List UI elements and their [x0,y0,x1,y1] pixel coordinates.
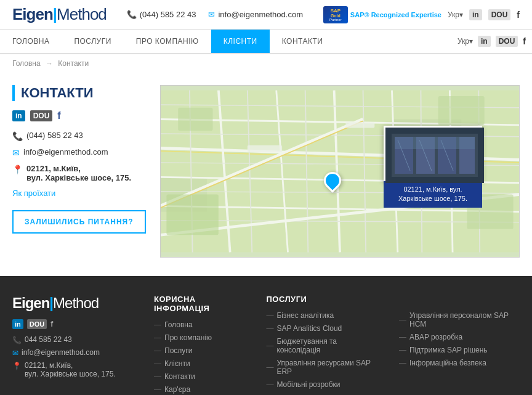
footer-address: 📍 02121, м.Київ, вул. Харківське шосе, 1… [12,361,135,378]
nav-facebook[interactable]: f [523,36,526,46]
footer-phone-icon: 📞 [12,336,22,344]
page-title: КОНТАКТИ [12,85,148,101]
svg-rect-32 [345,122,374,128]
nav-contacts[interactable]: КОНТАКТИ [270,30,336,53]
footer-link-contacts[interactable]: Контакти [154,372,248,381]
email-address: info@eigenmethod.com [218,10,303,19]
nav-clients[interactable]: КЛІЄНТИ [211,30,270,53]
footer-useful-info: КОРИСНА ІНФОРМАЦІЯ Головна Про компанію … [154,295,248,395]
header-email: ✉ info@eigenmethod.com [208,10,303,19]
map-address-line1: 02121, м.Київ, [403,185,448,193]
footer-services-title: ПОСЛУГИ [266,295,381,304]
nav-home[interactable]: ГОЛОВНА [0,30,62,53]
phone-icon: 📞 [12,131,23,141]
nav-lang[interactable]: Укр▾ [457,37,473,46]
footer-svc-abap[interactable]: ABAP розробка [399,333,520,341]
nav-linkedin[interactable]: in [478,36,491,47]
footer-svc-erp[interactable]: Управління ресурсами SAP ERP [266,359,381,376]
footer-facebook[interactable]: f [50,320,53,328]
address-text: 02121, м.Київ, вул. Харківське шосе, 175… [26,164,131,182]
footer: Eigen|Method in DOU f 📞 044 585 22 43 ✉ … [0,276,532,395]
nav-about[interactable]: ПРО КОМПАНІЮ [124,30,211,53]
map-popup-image [384,126,482,181]
footer-svc-mobile[interactable]: Мобільні розробки [266,380,381,389]
footer-location-icon: 📍 [12,362,22,370]
footer-linkedin[interactable]: in [12,319,23,329]
footer-services-2: X Управління персоналом SAP HCM ABAP роз… [399,295,520,395]
footer-svc-budgeting[interactable]: Бюджетування та консолідація [266,337,381,354]
sap-recognized-text: SAP® Recognized Expertise [350,11,441,18]
footer-svc-bi[interactable]: Бізнес аналітика [266,311,381,320]
svg-rect-42 [395,137,475,149]
main-content: КОНТАКТИ in DOU f 📞 (044) 585 22 43 ✉ in… [0,73,532,276]
phone-number: (044) 585 22 43 [140,10,196,19]
footer-dou[interactable]: DOU [27,319,47,329]
nav-right: Укр▾ in DOU f [457,36,532,47]
footer-social: in DOU f [12,319,135,329]
facebook-icon[interactable]: f [517,10,520,20]
email-icon: ✉ [12,148,20,158]
footer-svc-hcm[interactable]: Управління персоналом SAP HCM [399,311,520,328]
header-right: SAP Gold Partner SAP® Recognized Experti… [323,6,520,23]
footer-logo[interactable]: Eigen|Method [12,295,135,312]
logo[interactable]: Eigen|Method [12,5,107,24]
breadcrumb: Головна → Контакти [0,54,532,73]
location-icon: 📍 [12,165,23,174]
address-line1: 02121, м.Київ, [26,164,131,173]
footer-email: ✉ info@eigenmethod.com [12,348,135,357]
footer-svc-support[interactable]: Підтримка SAP рішень [399,346,520,354]
svg-rect-27 [178,108,212,131]
svg-rect-28 [438,96,485,125]
linkedin-link[interactable]: in [12,110,25,121]
left-panel: КОНТАКТИ in DOU f 📞 (044) 585 22 43 ✉ in… [12,85,148,258]
linkedin-icon[interactable]: in [469,9,482,20]
map-popup-label: 02121, м.Київ, вул. Харківське шосе, 175… [384,181,482,208]
directions-link[interactable]: Як проїхати [12,189,148,198]
social-links: in DOU f [12,110,148,121]
email-value: info@eigenmethod.com [23,147,108,157]
map-pin [324,172,341,189]
phone-icon: 📞 [127,10,137,19]
footer-svc-sap-analytics[interactable]: SAP Analitics Cloud [266,324,381,333]
facebook-link[interactable]: f [57,110,60,121]
footer-logo-eigen: Eigen [12,295,49,311]
nav-dou[interactable]: DOU [496,36,518,47]
address-line2: вул. Харківське шосе, 175. [26,173,131,182]
footer-link-career[interactable]: Кар'єра [154,385,248,394]
map-popup: 02121, м.Київ, вул. Харківське шосе, 175… [384,126,482,208]
cta-button[interactable]: ЗАЛИШИЛИСЬ ПИТАННЯ? [12,210,146,234]
footer-link-clients[interactable]: Клієнти [154,359,248,368]
breadcrumb-current: Контакти [58,59,89,68]
footer-link-about[interactable]: Про компанію [154,333,248,342]
footer-address-text: 02121, м.Київ, вул. Харківське шосе, 175… [25,361,116,378]
lang-switcher[interactable]: Укр▾ [448,10,463,19]
footer-link-home[interactable]: Головна [154,320,248,329]
footer-logo-col: Eigen|Method in DOU f 📞 044 585 22 43 ✉ … [12,295,135,395]
dou-link[interactable]: DOU [30,110,53,121]
logo-method: Method [57,5,107,23]
email-icon: ✉ [208,10,215,19]
footer-phone-value: 044 585 22 43 [25,335,72,344]
contact-phone: 📞 (044) 585 22 43 [12,131,148,141]
footer-email-value: info@eigenmethod.com [22,348,100,357]
map-pin-dot [321,168,345,193]
map-container[interactable]: 02121, м.Київ, вул. Харківське шосе, 175… [160,85,520,258]
contact-email: ✉ info@eigenmethod.com [12,147,148,158]
header-phone: 📞 (044) 585 22 43 [127,10,196,19]
footer-email-icon: ✉ [12,349,18,357]
header-contacts: 📞 (044) 585 22 43 ✉ info@eigenmethod.com [127,10,303,19]
footer-svc-security[interactable]: Інформаційна безпека [399,359,520,367]
navigation: ГОЛОВНА ПОСЛУГИ ПРО КОМПАНІЮ КЛІЄНТИ КОН… [0,30,532,54]
dou-icon[interactable]: DOU [488,9,511,20]
footer-top: Eigen|Method in DOU f 📞 044 585 22 43 ✉ … [12,295,520,395]
svg-rect-29 [166,195,218,235]
header: Eigen|Method 📞 (044) 585 22 43 ✉ info@ei… [0,0,532,30]
footer-link-services[interactable]: Послуги [154,346,248,355]
footer-addr-line2: вул. Харківське шосе, 175. [25,370,116,378]
logo-eigen: Eigen [12,5,53,23]
phone-value: (044) 585 22 43 [26,131,83,140]
nav-services[interactable]: ПОСЛУГИ [62,30,123,53]
footer-useful-title: КОРИСНА ІНФОРМАЦІЯ [154,295,248,313]
breadcrumb-home[interactable]: Головна [12,59,41,68]
footer-phone: 📞 044 585 22 43 [12,335,135,344]
